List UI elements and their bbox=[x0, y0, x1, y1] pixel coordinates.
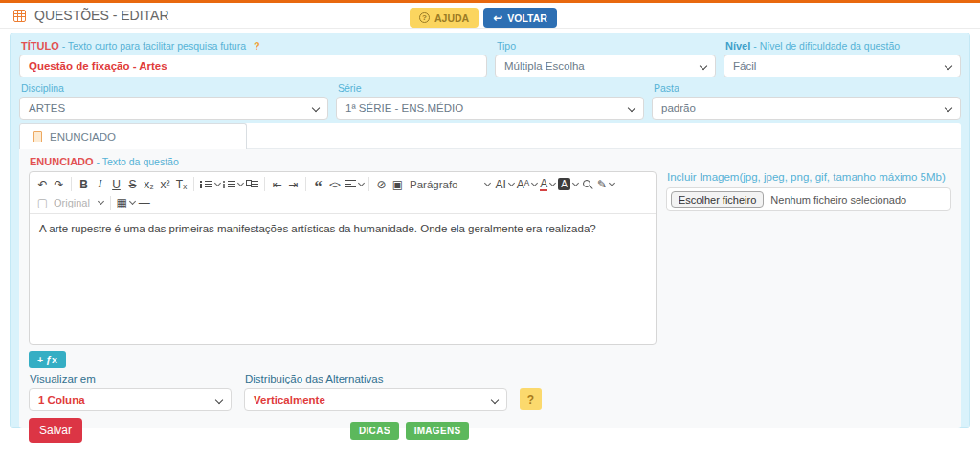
tipo-select[interactable]: Múltipla Escolha bbox=[495, 55, 716, 77]
find-replace-button[interactable] bbox=[579, 176, 595, 192]
remove-format-button[interactable]: Tₓ bbox=[173, 176, 189, 192]
pasta-field: Pasta padrão bbox=[652, 80, 961, 120]
indent-button[interactable]: ⇥ bbox=[285, 176, 301, 192]
align-left-icon bbox=[345, 180, 356, 188]
dicas-button[interactable]: DICAS bbox=[350, 422, 399, 440]
todo-list-button[interactable] bbox=[244, 176, 260, 192]
tipo-field: Tipo Múltipla Escolha bbox=[495, 38, 716, 77]
grid-icon bbox=[13, 10, 26, 22]
distribuicao-label: Distribuição das Alternativas bbox=[245, 373, 507, 384]
nivel-field: Nível - Nível de dificuldade da questão … bbox=[724, 38, 961, 77]
caret-down-icon bbox=[357, 179, 364, 186]
disciplina-field: Disciplina ARTES bbox=[19, 80, 328, 120]
italic-button[interactable]: I bbox=[92, 176, 108, 192]
numbered-list-icon bbox=[200, 180, 212, 188]
salvar-button[interactable]: Salvar bbox=[29, 418, 82, 443]
page-title: QUESTÕES - EDITAR bbox=[34, 8, 169, 23]
visualizar-field: Visualizar em 1 Coluna bbox=[29, 373, 232, 411]
escolher-ficheiro-button[interactable]: Escolher ficheiro bbox=[671, 191, 764, 208]
visualizar-select[interactable]: 1 Coluna bbox=[29, 388, 232, 411]
font-background-button[interactable]: A bbox=[557, 176, 580, 192]
editor-content[interactable]: A arte rupestre é uma das primeiras mani… bbox=[30, 214, 656, 245]
imagens-button[interactable]: IMAGENS bbox=[406, 422, 470, 440]
file-input[interactable]: Escolher ficheiro Nenhum ficheiro seleci… bbox=[666, 187, 951, 211]
outdent-button[interactable]: ⇤ bbox=[269, 176, 285, 192]
options-row: Visualizar em 1 Coluna Distribuição das … bbox=[29, 373, 951, 411]
serie-field: Série 1ª SÉRIE - ENS.MÉDIO bbox=[336, 80, 644, 120]
header-buttons: ? AJUDA ↩ VOLTAR bbox=[410, 8, 557, 28]
caret-down-icon bbox=[98, 198, 104, 205]
caret-down-icon bbox=[531, 179, 538, 186]
caret-down-icon bbox=[213, 179, 220, 186]
distribuicao-select[interactable]: Verticalmente bbox=[244, 388, 507, 411]
caret-down-icon bbox=[508, 179, 515, 186]
enunciado-card: ENUNCIADO - Texto da questão ↶ ↷ B I U S… bbox=[19, 149, 961, 428]
bold-button[interactable]: B bbox=[76, 176, 92, 192]
titulo-help-icon[interactable]: ? bbox=[254, 40, 260, 52]
disciplina-label: Disciplina bbox=[21, 82, 328, 94]
actions-row: Salvar DICAS IMAGENS bbox=[29, 418, 951, 443]
tab-strip: ENUNCIADO bbox=[19, 123, 961, 149]
enunciado-body-row: ↶ ↷ B I U S x₂ x² Tₓ ⇤ ⇥ bbox=[29, 171, 951, 345]
bulleted-list-icon bbox=[223, 180, 235, 188]
underline-button[interactable]: U bbox=[108, 176, 124, 192]
incluir-imagem-label: Incluir Imagem(jpg, jpeg, png, gif, tama… bbox=[667, 171, 951, 183]
ajuda-button[interactable]: ? AJUDA bbox=[410, 8, 479, 28]
caret-down-icon bbox=[129, 198, 136, 205]
page-title-group: QUESTÕES - EDITAR bbox=[13, 8, 169, 23]
toolbar-separator bbox=[71, 177, 72, 191]
caret-down-icon bbox=[572, 179, 579, 186]
alignment-button[interactable] bbox=[343, 176, 365, 192]
toolbar-separator bbox=[110, 196, 111, 210]
titulo-field: TÍTULO - Texto curto para facilitar pesq… bbox=[19, 38, 487, 77]
visualizar-label: Visualizar em bbox=[30, 373, 232, 384]
rich-text-editor: ↶ ↷ B I U S x₂ x² Tₓ ⇤ ⇥ bbox=[29, 171, 657, 345]
toolbar-separator bbox=[193, 177, 194, 191]
todo-list-icon bbox=[246, 180, 258, 188]
editor-toolbar-row1: ↶ ↷ B I U S x₂ x² Tₓ ⇤ ⇥ bbox=[30, 172, 656, 194]
form-row-1: TÍTULO - Texto curto para facilitar pesq… bbox=[19, 38, 961, 77]
titulo-input[interactable]: Questão de fixação - Artes bbox=[19, 55, 487, 77]
page-size-button[interactable]: ▢ bbox=[34, 195, 51, 211]
undo-button[interactable]: ↶ bbox=[34, 176, 51, 192]
blockquote-button[interactable]: “ bbox=[310, 176, 326, 192]
size-original-dropdown[interactable]: Original bbox=[51, 195, 106, 211]
question-form-panel: TÍTULO - Texto curto para facilitar pesq… bbox=[10, 33, 970, 428]
tipo-label: Tipo bbox=[497, 40, 716, 52]
font-color-button[interactable]: A bbox=[539, 176, 557, 192]
bulleted-list-button[interactable] bbox=[221, 176, 244, 192]
editor-toolbar-row2: ▢ Original ▦ — bbox=[30, 194, 656, 214]
nivel-select[interactable]: Fácil bbox=[724, 55, 961, 77]
document-icon bbox=[33, 131, 42, 142]
nivel-label: Nível - Nível de dificuldade da questão bbox=[725, 40, 961, 52]
formula-button[interactable]: + ƒx bbox=[29, 351, 66, 368]
strikethrough-button[interactable]: S bbox=[124, 176, 141, 192]
caret-down-icon bbox=[484, 179, 491, 186]
code-button[interactable]: <> bbox=[326, 176, 343, 192]
voltar-button[interactable]: ↩ VOLTAR bbox=[483, 8, 557, 28]
tab-enunciado[interactable]: ENUNCIADO bbox=[19, 123, 247, 149]
subscript-button[interactable]: x₂ bbox=[141, 176, 157, 192]
pasta-select[interactable]: padrão bbox=[652, 97, 961, 120]
serie-label: Série bbox=[338, 82, 644, 94]
highlight-button[interactable]: ✎ bbox=[595, 176, 615, 192]
superscript-button[interactable]: x² bbox=[157, 176, 173, 192]
toolbar-separator bbox=[305, 177, 306, 191]
redo-button[interactable]: ↷ bbox=[51, 176, 67, 192]
image-upload-section: Incluir Imagem(jpg, jpeg, png, gif, tama… bbox=[666, 171, 951, 211]
serie-select[interactable]: 1ª SÉRIE - ENS.MÉDIO bbox=[336, 97, 644, 120]
font-size-button[interactable]: Aᴬ bbox=[515, 176, 538, 192]
question-circle-icon: ? bbox=[419, 12, 430, 23]
insert-image-button[interactable]: ▣ bbox=[390, 176, 406, 192]
disciplina-select[interactable]: ARTES bbox=[19, 97, 328, 120]
insert-table-button[interactable]: ▦ bbox=[115, 195, 136, 211]
green-buttons-group: DICAS IMAGENS bbox=[350, 422, 469, 440]
numbered-list-button[interactable] bbox=[198, 176, 221, 192]
horizontal-line-button[interactable]: — bbox=[136, 195, 152, 211]
heading-dropdown[interactable]: Parágrafo bbox=[406, 176, 494, 192]
link-button[interactable]: ⊘ bbox=[373, 176, 390, 192]
titulo-label: TÍTULO - Texto curto para facilitar pesq… bbox=[21, 40, 487, 52]
font-family-button[interactable]: AI bbox=[494, 176, 515, 192]
caret-down-icon bbox=[549, 179, 556, 186]
distribuicao-help-button[interactable]: ? bbox=[520, 388, 542, 410]
